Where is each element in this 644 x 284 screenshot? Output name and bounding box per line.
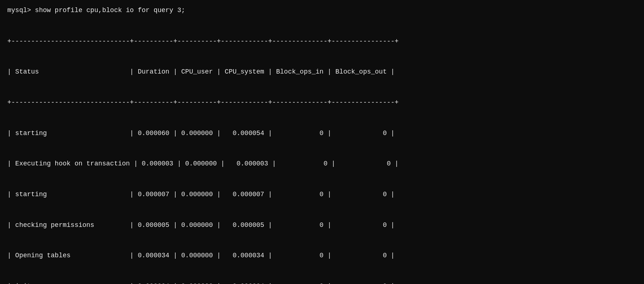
table-header: | Status | Duration | CPU_user | CPU_sys…: [7, 67, 637, 77]
table-row: | Opening tables | 0.000034 | 0.000000 |…: [7, 251, 637, 261]
table-row: | init | 0.000004 | 0.000000 | 0.000004 …: [7, 281, 637, 284]
command-line: mysql> show profile cpu,block io for que…: [7, 7, 637, 14]
separator-header: +------------------------------+--------…: [7, 98, 637, 108]
table-row: | starting | 0.000060 | 0.000000 | 0.000…: [7, 128, 637, 139]
separator-top: +------------------------------+--------…: [7, 37, 637, 47]
table-row: | Executing hook on transaction | 0.0000…: [7, 159, 637, 169]
table-row: | starting | 0.000007 | 0.000000 | 0.000…: [7, 190, 637, 200]
table-row: | checking permissions | 0.000005 | 0.00…: [7, 220, 637, 231]
table-container: +------------------------------+--------…: [7, 16, 637, 284]
terminal-window: mysql> show profile cpu,block io for que…: [7, 7, 637, 284]
